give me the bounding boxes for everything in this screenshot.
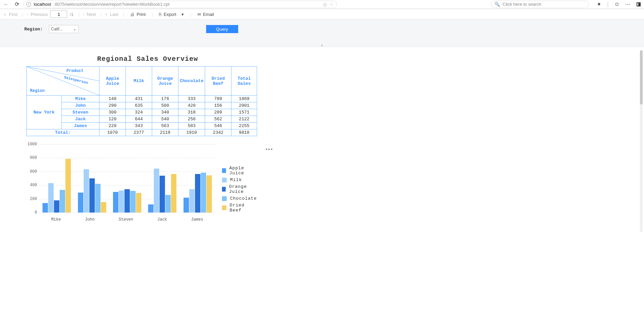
browser-search-input[interactable]: 🔍 Click here to search [491,1,589,8]
last-glyph-icon: ›| [105,12,107,16]
table-row: New YorkMike1404311763337891869 [27,96,257,102]
search-placeholder: Click here to search [503,2,541,7]
chart-menu-icon[interactable]: ••• [265,146,273,152]
next-glyph-icon: › [83,12,84,16]
chart-ytick: 800 [26,155,37,160]
value-cell: 324 [126,109,152,116]
bar[interactable] [148,204,153,213]
legend-swatch-icon [222,196,227,201]
chart-xtick: James [191,217,203,222]
value-cell: 1869 [231,96,257,102]
split-handle-icon[interactable]: ▴ [321,43,323,47]
bar[interactable] [206,175,212,213]
edge-icon[interactable]: ◎ [323,2,327,7]
legend-item[interactable]: Dried Beef [222,203,257,213]
chart-gridline [39,213,215,213]
legend-swatch-icon [222,168,226,173]
value-cell: 289 [205,109,231,116]
bar-group [148,169,176,213]
sales-chart: 02004006008001000MikeJohnStevenJackJames [26,144,215,222]
chart-xtick: Jack [157,217,167,222]
email-button[interactable]: ✉Email [195,12,217,17]
url-bar[interactable]: i localhost:8075/webroot/decision/view/r… [23,1,337,8]
bar[interactable] [124,189,130,213]
value-cell: 120 [100,116,126,123]
chart-ytick: 600 [26,169,37,174]
browser-bar: ← ⟳ i localhost:8075/webroot/decision/vi… [0,0,644,9]
browser-reload-icon[interactable]: ⟳ [15,1,19,7]
bar[interactable] [48,183,54,213]
bar[interactable] [119,191,124,213]
value-cell: 220 [100,123,126,129]
more-icon[interactable]: ⋯ [625,1,631,7]
bar[interactable] [201,173,206,213]
first-button[interactable]: First [8,12,19,17]
legend-item[interactable]: Milk [222,177,257,182]
legend-item[interactable]: Chocolate [222,196,257,201]
print-button[interactable]: 🖨Print [128,12,148,17]
favorites-icon[interactable]: ✩ [615,1,619,7]
col-header: Total Sales [231,67,257,96]
value-cell: 1571 [231,109,257,116]
legend-item[interactable]: Apple Juice [222,166,257,176]
site-info-icon[interactable]: i [26,2,31,7]
chevron-down-icon: ▾ [181,12,184,17]
bar[interactable] [113,192,118,213]
export-button[interactable]: ⎘Export ▾ [156,12,187,17]
prev-glyph-icon: ‹ [27,12,28,16]
bar[interactable] [171,174,176,213]
chart-ytick: 200 [26,197,37,201]
last-button[interactable]: Last [109,12,120,17]
extension-icon[interactable]: ✦ [597,1,601,7]
bar[interactable] [54,200,59,213]
svg-line-0 [27,67,99,81]
legend-item[interactable]: Orange Juice [222,184,257,194]
chart-wrap: ••• 02004006008001000MikeJohnStevenJackJ… [26,144,256,222]
legend-swatch-icon [222,205,226,210]
bar[interactable] [184,198,189,213]
bar[interactable] [154,169,159,213]
region-dropdown[interactable]: Calif... ⌄ [49,25,79,33]
bar-group [113,189,141,213]
col-header: Orange Juice [152,67,178,96]
bar[interactable] [89,178,95,213]
report-area: Regional Sales Overview Product Salesper… [0,47,644,235]
bar[interactable] [84,169,89,213]
bar[interactable] [65,159,71,213]
value-cell: 140 [100,96,126,102]
value-cell: 546 [205,123,231,129]
browser-back-icon[interactable]: ← [3,1,9,7]
bar[interactable] [78,193,83,213]
bar[interactable] [43,203,48,213]
total-cell: 2342 [205,129,231,136]
value-cell: 256 [178,116,205,123]
bar[interactable] [95,184,101,213]
bar[interactable] [195,174,200,213]
page-input[interactable] [50,10,67,18]
value-cell: 635 [126,102,152,109]
value-cell: 644 [126,116,152,123]
bar[interactable] [136,193,141,213]
legend-swatch-icon [222,187,226,192]
total-cell: 2377 [126,129,152,136]
email-icon: ✉ [197,12,201,17]
bar[interactable] [165,195,171,213]
value-cell: 318 [178,109,205,116]
sidebar-icon[interactable] [637,2,641,6]
favorite-icon[interactable]: ☆ [330,2,334,7]
next-button[interactable]: Next [85,12,97,17]
bar[interactable] [189,189,195,213]
search-icon: 🔍 [495,2,500,7]
region-label: Region: [24,27,43,32]
total-row: Total:107023772119191023429818 [27,129,257,136]
query-button[interactable]: Query [206,25,238,33]
bar[interactable] [160,176,165,213]
previous-button[interactable]: Previous [29,12,49,17]
diag-region-label: Region [30,89,45,93]
col-header: Apple Juice [100,67,126,96]
bar[interactable] [60,190,65,213]
bar[interactable] [101,202,106,213]
vertical-scrollbar[interactable] [640,50,643,232]
sales-table: Product Salesperson Region Apple Juice M… [26,66,257,136]
bar[interactable] [130,191,136,213]
